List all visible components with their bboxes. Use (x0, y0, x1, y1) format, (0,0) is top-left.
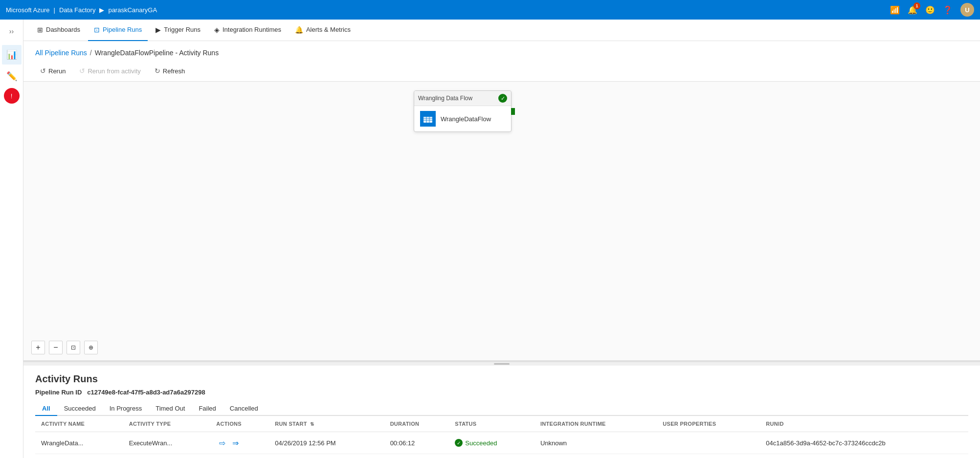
cell-runid: 04c1a856-3d9a-4652-bc7c-373246ccdc2b (760, 432, 968, 454)
filter-tab-timed-out[interactable]: Timed Out (149, 402, 192, 416)
status-success-icon: ✓ (455, 439, 463, 447)
tab-dashboards[interactable]: ⊞ Dashboards (31, 20, 86, 41)
rerun-from-activity-button[interactable]: ↺ Rerun from activity (74, 65, 145, 77)
filter-tabs: All Succeeded In Progress Timed Out Fail… (35, 402, 968, 416)
filter-tab-all[interactable]: All (35, 402, 57, 416)
pipeline-runs-icon: ⊡ (94, 26, 100, 34)
col-status: STATUS (449, 416, 535, 432)
cell-activity-name: WrangleData... (35, 432, 123, 454)
tab-trigger-runs-label: Trigger Runs (164, 26, 200, 33)
zoom-out-button[interactable]: − (49, 341, 63, 354)
resize-bar (494, 363, 510, 365)
tab-integration-runtimes[interactable]: ◈ Integration Runtimes (208, 20, 287, 41)
breadcrumb-link[interactable]: All Pipeline Runs (35, 49, 87, 57)
rerun-from-label: Rerun from activity (88, 67, 140, 75)
rerun-button[interactable]: ↺ Rerun (35, 65, 70, 77)
crosshair-button[interactable]: ⊕ (84, 341, 98, 354)
refresh-label: Refresh (163, 67, 185, 75)
col-duration: DURATION (384, 416, 449, 432)
node-success-icon: ✓ (498, 94, 507, 103)
content-area: All Pipeline Runs / WrangleDataFlowPipel… (23, 41, 980, 458)
pipeline-node[interactable]: Wrangling Data Flow ✓ (414, 90, 512, 132)
notification-count: 1 (913, 2, 920, 9)
node-header-label: Wrangling Data Flow (418, 95, 472, 102)
notification-bell[interactable]: 🔔 1 (908, 5, 917, 15)
action-output-icon[interactable]: ⇒ (230, 437, 242, 449)
pipeline-run-id-row: Pipeline Run ID c12749e8-fcaf-47f5-a8d3-… (35, 389, 968, 396)
user-avatar[interactable]: U (960, 3, 974, 17)
sidebar-item-monitor[interactable]: 📊 (2, 45, 22, 65)
sidebar-collapse-btn[interactable]: ›› (5, 23, 18, 39)
topbar: Microsoft Azure | Data Factory ▶ paraskC… (0, 0, 980, 20)
sidebar: ›› 📊 ✏️ ! (0, 20, 23, 458)
filter-tab-in-progress[interactable]: In Progress (103, 402, 149, 416)
help-icon[interactable]: ❓ (943, 5, 953, 15)
zoom-in-button[interactable]: + (31, 341, 45, 354)
edit-icon: ✏️ (6, 71, 17, 82)
status-text: Succeeded (465, 439, 497, 447)
alert-icon: ! (11, 92, 13, 100)
filter-tab-cancelled[interactable]: Cancelled (223, 402, 265, 416)
tab-pipeline-runs[interactable]: ⊡ Pipeline Runs (88, 20, 148, 41)
monitor-icon: 📊 (6, 49, 17, 60)
col-run-start[interactable]: RUN START ⇅ (269, 416, 384, 432)
activity-runs-section: Activity Runs Pipeline Run ID c12749e8-f… (23, 366, 980, 458)
node-header: Wrangling Data Flow ✓ (414, 91, 511, 106)
svg-rect-2 (423, 115, 432, 117)
tab-integration-label: Integration Runtimes (223, 26, 281, 33)
trigger-runs-icon: ▶ (156, 26, 161, 34)
refresh-icon: ↻ (155, 67, 160, 75)
resize-handle[interactable] (23, 362, 980, 366)
dashboards-icon: ⊞ (37, 26, 43, 34)
main-content: ⊞ Dashboards ⊡ Pipeline Runs ▶ Trigger R… (23, 20, 980, 458)
emoji-icon[interactable]: 🙂 (925, 5, 935, 15)
tab-trigger-runs[interactable]: ▶ Trigger Runs (150, 20, 206, 41)
breadcrumb-current: WrangleDataFlowPipeline - Activity Runs (95, 49, 219, 57)
toolbar: ↺ Rerun ↺ Rerun from activity ↻ Refresh (23, 61, 980, 82)
node-connector (511, 108, 515, 115)
action-input-icon[interactable]: ⇨ (216, 437, 228, 449)
breadcrumb: All Pipeline Runs / WrangleDataFlowPipel… (23, 41, 980, 61)
alerts-icon: 🔔 (295, 26, 303, 34)
pipeline-name: paraskCanaryGA (108, 6, 157, 14)
cell-user-properties (657, 432, 760, 454)
node-activity-icon (420, 111, 436, 127)
filter-tab-failed[interactable]: Failed (192, 402, 223, 416)
nav-tabs: ⊞ Dashboards ⊡ Pipeline Runs ▶ Trigger R… (23, 20, 980, 41)
pipeline-run-id: c12749e8-fcaf-47f5-a8d3-ad7a6a297298 (87, 389, 205, 396)
cell-actions: ⇨ ⇒ (210, 432, 269, 454)
node-body: WrangleDataFlow (414, 106, 511, 131)
tab-alerts-metrics[interactable]: 🔔 Alerts & Metrics (289, 20, 356, 41)
integration-icon: ◈ (214, 26, 220, 34)
filter-tab-succeeded[interactable]: Succeeded (57, 402, 103, 416)
cell-run-start: 04/26/2019 12:56 PM (269, 432, 384, 454)
activity-table-container: ACTIVITY NAME ACTIVITY TYPE ACTIONS RUN … (35, 416, 968, 454)
cell-integration-runtime: Unknown (535, 432, 657, 454)
factory-label: Data Factory (59, 6, 95, 14)
wifi-icon[interactable]: 📶 (890, 5, 900, 15)
cell-duration: 00:06:12 (384, 432, 449, 454)
col-actions: ACTIONS (210, 416, 269, 432)
pipeline-run-label: Pipeline Run ID (35, 389, 82, 396)
tab-dashboards-label: Dashboards (46, 26, 80, 33)
status-badge: ✓ Succeeded (455, 439, 529, 447)
activity-runs-title: Activity Runs (35, 373, 968, 385)
pipeline-canvas: Wrangling Data Flow ✓ (23, 82, 980, 362)
rerun-label: Rerun (48, 67, 66, 75)
topbar-separator: | (54, 6, 55, 14)
rerun-from-icon: ↺ (79, 67, 85, 75)
cell-status: ✓ Succeeded (449, 432, 535, 454)
fit-button[interactable]: ⊡ (67, 341, 80, 354)
sidebar-item-edit[interactable]: ✏️ (2, 66, 22, 86)
tab-pipeline-runs-label: Pipeline Runs (103, 26, 142, 33)
refresh-button[interactable]: ↻ Refresh (150, 65, 190, 77)
brand-label: Microsoft Azure (6, 6, 50, 14)
col-activity-type: ACTIVITY TYPE (123, 416, 211, 432)
sidebar-item-alert[interactable]: ! (4, 88, 20, 104)
rerun-icon: ↺ (40, 67, 46, 75)
cell-activity-type: ExecuteWran... (123, 432, 211, 454)
app-layout: ›› 📊 ✏️ ! ⊞ Dashboards ⊡ Pipeline Runs ▶… (0, 20, 980, 458)
topbar-arrow: ▶ (99, 6, 104, 14)
table-row: WrangleData... ExecuteWran... ⇨ ⇒ 04/26/… (35, 432, 968, 454)
col-runid: RUNID (760, 416, 968, 432)
